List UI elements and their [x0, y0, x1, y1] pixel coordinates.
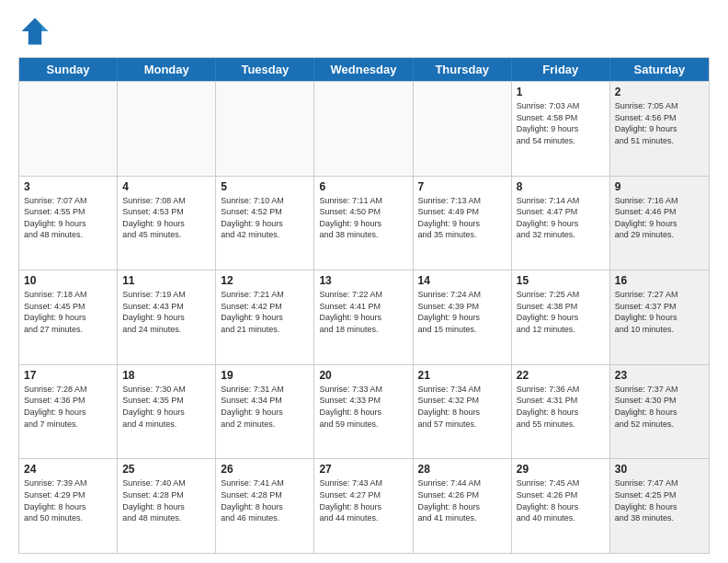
cal-cell — [216, 82, 314, 176]
cal-row-3: 17Sunrise: 7:28 AM Sunset: 4:36 PM Dayli… — [19, 364, 709, 459]
cal-cell: 17Sunrise: 7:28 AM Sunset: 4:36 PM Dayli… — [19, 365, 118, 459]
cal-cell: 25Sunrise: 7:40 AM Sunset: 4:28 PM Dayli… — [118, 459, 216, 553]
cal-cell: 13Sunrise: 7:22 AM Sunset: 4:41 PM Dayli… — [314, 270, 413, 364]
cell-info: Sunrise: 7:43 AM Sunset: 4:27 PM Dayligh… — [319, 477, 407, 523]
cal-cell: 11Sunrise: 7:19 AM Sunset: 4:43 PM Dayli… — [118, 270, 216, 364]
day-number: 25 — [122, 463, 210, 476]
logo — [18, 15, 57, 48]
page: SundayMondayTuesdayWednesdayThursdayFrid… — [0, 0, 728, 563]
day-number: 28 — [418, 463, 506, 476]
cell-info: Sunrise: 7:14 AM Sunset: 4:47 PM Dayligh… — [517, 195, 605, 241]
cell-info: Sunrise: 7:30 AM Sunset: 4:35 PM Dayligh… — [122, 384, 210, 430]
day-number: 27 — [319, 463, 407, 476]
cal-cell: 5Sunrise: 7:10 AM Sunset: 4:52 PM Daylig… — [216, 177, 314, 270]
day-number: 21 — [418, 369, 506, 382]
cal-cell: 30Sunrise: 7:47 AM Sunset: 4:25 PM Dayli… — [610, 459, 709, 553]
cell-info: Sunrise: 7:47 AM Sunset: 4:25 PM Dayligh… — [615, 477, 704, 523]
cal-cell: 8Sunrise: 7:14 AM Sunset: 4:47 PM Daylig… — [512, 177, 610, 270]
cell-info: Sunrise: 7:27 AM Sunset: 4:37 PM Dayligh… — [615, 289, 704, 335]
day-number: 3 — [24, 180, 112, 193]
cal-cell: 20Sunrise: 7:33 AM Sunset: 4:33 PM Dayli… — [314, 365, 413, 459]
weekday-header-sunday: Sunday — [19, 58, 118, 81]
weekday-header-thursday: Thursday — [414, 58, 512, 81]
cal-cell: 21Sunrise: 7:34 AM Sunset: 4:32 PM Dayli… — [414, 365, 512, 459]
day-number: 5 — [221, 180, 309, 193]
cal-cell: 23Sunrise: 7:37 AM Sunset: 4:30 PM Dayli… — [610, 365, 709, 459]
cal-cell — [414, 82, 512, 176]
cal-row-1: 3Sunrise: 7:07 AM Sunset: 4:55 PM Daylig… — [19, 176, 709, 270]
day-number: 14 — [418, 274, 506, 287]
cell-info: Sunrise: 7:10 AM Sunset: 4:52 PM Dayligh… — [221, 195, 309, 241]
cal-row-2: 10Sunrise: 7:18 AM Sunset: 4:45 PM Dayli… — [19, 270, 709, 364]
cal-cell: 7Sunrise: 7:13 AM Sunset: 4:49 PM Daylig… — [414, 177, 512, 270]
cal-cell: 24Sunrise: 7:39 AM Sunset: 4:29 PM Dayli… — [19, 459, 118, 553]
cell-info: Sunrise: 7:44 AM Sunset: 4:26 PM Dayligh… — [418, 477, 506, 523]
weekday-header-saturday: Saturday — [610, 58, 709, 81]
cal-cell: 15Sunrise: 7:25 AM Sunset: 4:38 PM Dayli… — [512, 270, 610, 364]
cell-info: Sunrise: 7:16 AM Sunset: 4:46 PM Dayligh… — [615, 195, 704, 241]
cell-info: Sunrise: 7:19 AM Sunset: 4:43 PM Dayligh… — [122, 289, 210, 335]
day-number: 19 — [221, 369, 309, 382]
weekday-header-monday: Monday — [118, 58, 216, 81]
calendar: SundayMondayTuesdayWednesdayThursdayFrid… — [18, 57, 710, 554]
cell-info: Sunrise: 7:03 AM Sunset: 4:58 PM Dayligh… — [517, 100, 605, 146]
day-number: 26 — [221, 463, 309, 476]
cal-cell: 6Sunrise: 7:11 AM Sunset: 4:50 PM Daylig… — [314, 177, 413, 270]
cell-info: Sunrise: 7:21 AM Sunset: 4:42 PM Dayligh… — [221, 289, 309, 335]
weekday-header-tuesday: Tuesday — [216, 58, 314, 81]
day-number: 20 — [319, 369, 407, 382]
cal-cell: 12Sunrise: 7:21 AM Sunset: 4:42 PM Dayli… — [216, 270, 314, 364]
cal-cell: 3Sunrise: 7:07 AM Sunset: 4:55 PM Daylig… — [19, 177, 118, 270]
cal-cell: 22Sunrise: 7:36 AM Sunset: 4:31 PM Dayli… — [512, 365, 610, 459]
cell-info: Sunrise: 7:41 AM Sunset: 4:28 PM Dayligh… — [221, 477, 309, 523]
cal-row-4: 24Sunrise: 7:39 AM Sunset: 4:29 PM Dayli… — [19, 458, 709, 553]
day-number: 17 — [24, 369, 112, 382]
cell-info: Sunrise: 7:18 AM Sunset: 4:45 PM Dayligh… — [24, 289, 112, 335]
day-number: 30 — [615, 463, 704, 476]
cal-cell: 26Sunrise: 7:41 AM Sunset: 4:28 PM Dayli… — [216, 459, 314, 553]
cal-cell: 2Sunrise: 7:05 AM Sunset: 4:56 PM Daylig… — [610, 82, 709, 176]
day-number: 1 — [517, 86, 605, 98]
cell-info: Sunrise: 7:39 AM Sunset: 4:29 PM Dayligh… — [24, 477, 112, 523]
day-number: 9 — [615, 180, 704, 193]
day-number: 15 — [517, 274, 605, 287]
cell-info: Sunrise: 7:31 AM Sunset: 4:34 PM Dayligh… — [221, 384, 309, 430]
day-number: 6 — [319, 180, 407, 193]
calendar-header: SundayMondayTuesdayWednesdayThursdayFrid… — [19, 58, 709, 81]
day-number: 12 — [221, 274, 309, 287]
cal-cell: 28Sunrise: 7:44 AM Sunset: 4:26 PM Dayli… — [414, 459, 512, 553]
header — [18, 15, 710, 48]
day-number: 4 — [122, 180, 210, 193]
cell-info: Sunrise: 7:25 AM Sunset: 4:38 PM Dayligh… — [517, 289, 605, 335]
weekday-header-wednesday: Wednesday — [314, 58, 413, 81]
day-number: 23 — [615, 369, 704, 382]
calendar-body: 1Sunrise: 7:03 AM Sunset: 4:58 PM Daylig… — [19, 81, 709, 553]
cell-info: Sunrise: 7:34 AM Sunset: 4:32 PM Dayligh… — [418, 384, 506, 430]
day-number: 8 — [517, 180, 605, 193]
day-number: 29 — [517, 463, 605, 476]
cal-cell: 18Sunrise: 7:30 AM Sunset: 4:35 PM Dayli… — [118, 365, 216, 459]
cal-cell: 10Sunrise: 7:18 AM Sunset: 4:45 PM Dayli… — [19, 270, 118, 364]
cell-info: Sunrise: 7:07 AM Sunset: 4:55 PM Dayligh… — [24, 195, 112, 241]
cell-info: Sunrise: 7:45 AM Sunset: 4:26 PM Dayligh… — [517, 477, 605, 523]
cell-info: Sunrise: 7:37 AM Sunset: 4:30 PM Dayligh… — [615, 384, 704, 430]
cell-info: Sunrise: 7:33 AM Sunset: 4:33 PM Dayligh… — [319, 384, 407, 430]
cell-info: Sunrise: 7:24 AM Sunset: 4:39 PM Dayligh… — [418, 289, 506, 335]
cell-info: Sunrise: 7:36 AM Sunset: 4:31 PM Dayligh… — [517, 384, 605, 430]
cal-cell — [19, 82, 118, 176]
cal-cell: 9Sunrise: 7:16 AM Sunset: 4:46 PM Daylig… — [610, 177, 709, 270]
cal-cell: 4Sunrise: 7:08 AM Sunset: 4:53 PM Daylig… — [118, 177, 216, 270]
day-number: 18 — [122, 369, 210, 382]
day-number: 24 — [24, 463, 112, 476]
cell-info: Sunrise: 7:40 AM Sunset: 4:28 PM Dayligh… — [122, 477, 210, 523]
cal-cell: 29Sunrise: 7:45 AM Sunset: 4:26 PM Dayli… — [512, 459, 610, 553]
day-number: 22 — [517, 369, 605, 382]
cell-info: Sunrise: 7:08 AM Sunset: 4:53 PM Dayligh… — [122, 195, 210, 241]
cal-cell: 14Sunrise: 7:24 AM Sunset: 4:39 PM Dayli… — [414, 270, 512, 364]
day-number: 13 — [319, 274, 407, 287]
cal-cell — [118, 82, 216, 176]
cal-cell: 19Sunrise: 7:31 AM Sunset: 4:34 PM Dayli… — [216, 365, 314, 459]
cell-info: Sunrise: 7:22 AM Sunset: 4:41 PM Dayligh… — [319, 289, 407, 335]
day-number: 2 — [615, 86, 704, 98]
logo-icon — [18, 15, 51, 48]
